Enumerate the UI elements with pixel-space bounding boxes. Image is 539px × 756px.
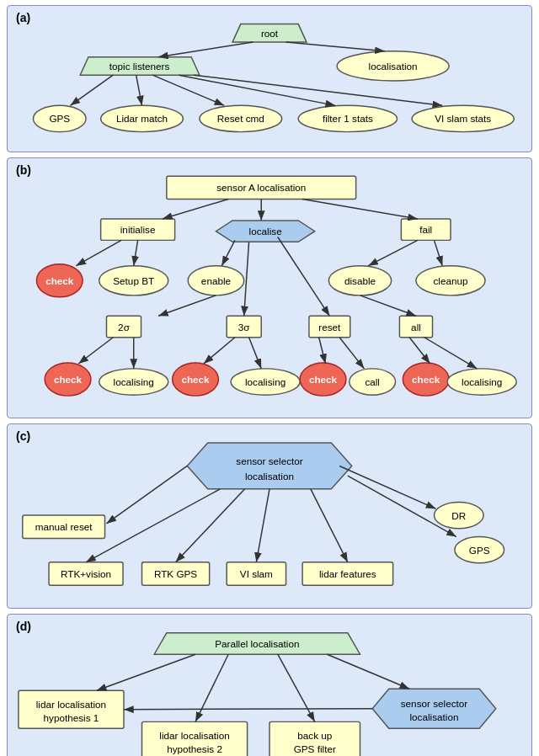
section-b-label: (b): [16, 163, 31, 177]
vi-slam-label: VI slam stats: [435, 113, 491, 124]
arrow-ss-lidar: [311, 489, 348, 562]
initialise-label: initialise: [120, 224, 156, 235]
check3-label: check: [181, 374, 210, 385]
sensor-selector-c-label-2: localisation: [245, 471, 294, 482]
arrow-pl-backup: [278, 654, 315, 721]
check1-label: check: [45, 275, 74, 286]
arrow-init-setup: [134, 240, 138, 265]
vi-slam-c-label: VI slam: [240, 568, 273, 579]
localising1-label: localising: [114, 376, 154, 387]
rtk-vision-label: RTK+vision: [61, 568, 111, 579]
arrow-init-check1: [76, 240, 121, 265]
arrow-tl-gps: [70, 75, 113, 105]
topic-listeners-label: topic listeners: [109, 61, 170, 72]
localising3-label: localising: [462, 376, 502, 387]
arrow-localise-reset: [278, 237, 330, 316]
arrow-localise-enable: [221, 240, 235, 265]
arrow-sa-fail: [302, 200, 418, 219]
manual-reset-label: manual reset: [35, 521, 93, 532]
arrow-pl-hyp1: [97, 654, 195, 690]
lidar-hyp1-label-2: hypothesis 1: [44, 712, 99, 723]
section-a: (a) root topic listeners localisation GP…: [7, 5, 532, 152]
section-d-label: (d): [16, 620, 31, 633]
three-sigma-label: 3σ: [238, 322, 251, 333]
arrow-pl-sensor: [327, 654, 409, 689]
arrow-tl-reset: [152, 75, 224, 105]
arrow-pl-hyp2: [195, 654, 228, 721]
diagram-d: Parallel localisation lidar localisation…: [14, 623, 525, 756]
arrow-localise-3s: [244, 242, 249, 316]
disable-label: disable: [344, 275, 376, 286]
backup-gps-label-2: GPS filter: [294, 743, 336, 754]
lidar-hyp2-label-2: hypothesis 2: [167, 743, 222, 754]
parallel-local-label: Parallel localisation: [215, 638, 299, 649]
gps-c-label: GPS: [469, 545, 490, 556]
localising2-label: localising: [245, 376, 286, 387]
reset-cmd-label: Reset cmd: [217, 113, 264, 124]
arrow-ss-vislam: [256, 489, 270, 562]
arrow-reset-check4: [319, 338, 326, 364]
filter-stats-label: filter 1 stats: [323, 113, 373, 124]
dr-label: DR: [451, 510, 466, 521]
gps-label: GPS: [49, 113, 70, 124]
localise-label: localise: [249, 226, 282, 237]
arrow-enable-2s: [158, 295, 216, 316]
sensor-selector-d-label-2: localisation: [409, 711, 458, 722]
arrow-all-check5: [409, 338, 430, 364]
root-label: root: [261, 28, 279, 39]
diagram-b: sensor A localisation initialise localis…: [14, 167, 525, 415]
sensor-a-label: sensor A localisation: [216, 182, 306, 193]
all-label: all: [411, 322, 421, 333]
arrow-3s-check3: [204, 338, 235, 364]
rtk-gps-label: RTK GPS: [154, 568, 197, 579]
arrow-root-local: [286, 42, 385, 51]
arrow-sa-init: [163, 200, 228, 219]
check5-label: check: [412, 374, 440, 385]
lidar-hyp1-label-1: lidar localisation: [36, 699, 106, 710]
arrow-2s-check2: [78, 338, 113, 364]
check4-label: check: [309, 374, 338, 385]
arrow-ss-rtkgps: [176, 489, 245, 562]
section-d: (d) Parallel localisation lidar localisa…: [7, 614, 532, 756]
diagram-c: sensor selector localisation manual rese…: [14, 433, 525, 605]
arrow-3s-localising2: [249, 338, 262, 369]
section-a-label: (a): [16, 11, 30, 24]
section-c: (c) sensor selector localisation manual …: [7, 423, 532, 609]
arrow-disable-all: [360, 295, 416, 316]
arrow-tl-filter: [179, 75, 335, 105]
lidar-features-label: lidar features: [319, 568, 376, 579]
lidar-match-label: Lidar match: [116, 113, 168, 124]
arrow-root-topic: [158, 42, 253, 57]
sensor-selector-d-label-1: sensor selector: [401, 698, 468, 709]
cleanup-label: cleanup: [434, 275, 469, 286]
arrow-ss-hyp1-back: [124, 709, 372, 710]
enable-label: enable: [201, 275, 231, 286]
arrow-ss-rtkvision: [86, 489, 220, 562]
setup-bt-label: Setup BT: [113, 275, 154, 286]
call-label: call: [365, 376, 380, 387]
arrow-fail-cleanup: [434, 240, 442, 265]
arrow-ss-manual: [106, 466, 187, 523]
arrow-tl-lidar: [136, 75, 142, 105]
arrow-reset-call: [339, 338, 364, 369]
section-c-label: (c): [16, 429, 30, 443]
diagram-a: root topic listeners localisation GPS Li…: [14, 14, 525, 149]
reset-label: reset: [318, 322, 341, 333]
localisation-label: localisation: [369, 61, 418, 72]
arrow-ss-dr: [339, 466, 435, 508]
lidar-hyp2-label-1: lidar localisation: [159, 730, 229, 741]
sensor-selector-c-label-1: sensor selector: [236, 455, 303, 466]
backup-gps-label-1: back up: [297, 730, 333, 741]
section-b: (b) sensor A localisation initialise loc…: [7, 157, 532, 418]
fail-label: fail: [419, 224, 432, 235]
arrow-fail-disable: [368, 240, 418, 265]
check2-label: check: [54, 374, 83, 385]
two-sigma-label: 2σ: [118, 322, 131, 333]
